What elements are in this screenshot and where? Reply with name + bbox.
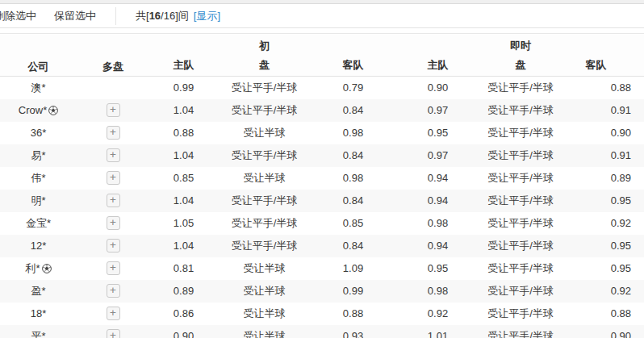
odds-comparison-page: 删除选中 保留选中 共[16/16]间 [显示] 公司 多盘 初 即时 主队 bbox=[0, 0, 644, 338]
live-home-odds-cell: 0.95 bbox=[395, 122, 480, 144]
company-cell: 伟* bbox=[0, 167, 77, 190]
group-header-live: 即时 bbox=[480, 34, 561, 55]
column-header-company: 公司 bbox=[0, 34, 77, 77]
table-row: 18*+0.86受让半球0.880.92受让平手/半球0.88 bbox=[0, 303, 644, 325]
company-name[interactable]: 易* bbox=[31, 149, 45, 161]
company-name[interactable]: 18* bbox=[31, 307, 47, 319]
group-header-live bbox=[395, 34, 480, 55]
table-row: 12*+1.04受让平手/半球0.840.94受让平手/半球0.95 bbox=[0, 235, 644, 257]
multi-cell: + bbox=[77, 257, 149, 280]
delete-selected-button[interactable]: 删除选中 bbox=[0, 9, 36, 23]
live-home-odds-cell: 1.01 bbox=[395, 325, 480, 338]
group-header-initial bbox=[149, 34, 218, 55]
show-link[interactable]: [显示] bbox=[194, 9, 220, 23]
init-handicap-cell: 受让平手/半球 bbox=[218, 144, 311, 167]
company-name[interactable]: 12* bbox=[31, 240, 47, 252]
company-name[interactable]: 金宝* bbox=[26, 217, 51, 229]
live-handicap-cell: 受让平手/半球 bbox=[480, 235, 561, 257]
multi-cell: + bbox=[77, 122, 149, 144]
column-header-live-handicap: 盘 bbox=[480, 55, 561, 77]
init-home-odds-cell: 0.89 bbox=[149, 280, 218, 303]
multi-cell: + bbox=[77, 190, 149, 212]
live-away-odds-cell: 0.88 bbox=[561, 303, 644, 325]
soccer-ball-icon bbox=[48, 106, 58, 115]
init-handicap-cell: 受让平手/半球 bbox=[218, 77, 311, 99]
group-header-live bbox=[561, 34, 644, 55]
expand-plus-button[interactable]: + bbox=[107, 261, 120, 275]
init-handicap-cell: 受让平手/半球 bbox=[218, 190, 311, 212]
live-away-odds-cell: 0.91 bbox=[561, 144, 644, 167]
init-away-odds-cell: 1.09 bbox=[311, 257, 395, 280]
company-name[interactable]: 平* bbox=[31, 330, 45, 338]
expand-plus-button[interactable]: + bbox=[107, 103, 120, 117]
live-home-odds-cell: 0.98 bbox=[395, 212, 480, 235]
expand-plus-button[interactable]: + bbox=[107, 171, 120, 185]
live-home-odds-cell: 0.94 bbox=[395, 190, 480, 212]
expand-plus-button[interactable]: + bbox=[107, 329, 120, 338]
company-name[interactable]: 伟* bbox=[31, 172, 45, 184]
company-count-current: 16 bbox=[149, 10, 161, 22]
live-handicap-cell: 受让平手/半球 bbox=[480, 77, 561, 99]
company-name[interactable]: 明* bbox=[31, 194, 45, 207]
table-row: Crow*+1.04受让平手/半球0.840.97受让平手/半球0.91 bbox=[0, 99, 644, 122]
expand-plus-button[interactable]: + bbox=[107, 126, 120, 140]
init-away-odds-cell: 0.93 bbox=[311, 325, 395, 338]
toolbar-divider bbox=[115, 7, 116, 25]
init-handicap-cell: 受让半球 bbox=[218, 122, 311, 144]
init-away-odds-cell: 0.79 bbox=[311, 77, 395, 99]
init-away-odds-cell: 0.98 bbox=[311, 122, 395, 144]
company-cell: 利* bbox=[0, 257, 77, 280]
company-name[interactable]: Crow* bbox=[19, 104, 58, 116]
live-handicap-cell: 受让平手/半球 bbox=[480, 190, 561, 212]
odds-table-header: 公司 多盘 初 即时 主队 盘 客队 主队 盘 客队 bbox=[0, 34, 644, 77]
table-row: 平*+0.90受让半球0.931.01受让平手/半球0.90 bbox=[0, 325, 644, 338]
table-row: 明*+1.04受让平手/半球0.840.94受让平手/半球0.95 bbox=[0, 190, 644, 212]
init-handicap-cell: 受让平手/半球 bbox=[218, 235, 311, 257]
column-header-init-handicap: 盘 bbox=[218, 55, 311, 77]
live-handicap-cell: 受让平手/半球 bbox=[480, 144, 561, 167]
live-home-odds-cell: 0.97 bbox=[395, 144, 480, 167]
company-cell: 易* bbox=[0, 144, 77, 167]
multi-cell: + bbox=[77, 325, 149, 338]
table-row: 澳*0.99受让平手/半球0.790.90受让平手/半球0.88 bbox=[0, 77, 644, 99]
live-home-odds-cell: 0.95 bbox=[395, 257, 480, 280]
group-header-initial: 初 bbox=[218, 34, 311, 55]
init-home-odds-cell: 1.04 bbox=[149, 190, 218, 212]
company-name[interactable]: 利* bbox=[25, 262, 51, 274]
multi-cell: + bbox=[77, 280, 149, 303]
company-cell: 18* bbox=[0, 303, 77, 325]
live-handicap-cell: 受让平手/半球 bbox=[480, 212, 561, 235]
live-away-odds-cell: 0.88 bbox=[561, 77, 644, 99]
table-row: 伟*+0.85受让半球0.980.94受让平手/半球0.89 bbox=[0, 167, 644, 190]
keep-selected-button[interactable]: 保留选中 bbox=[54, 9, 96, 23]
company-cell: 36* bbox=[0, 122, 77, 144]
expand-plus-button[interactable]: + bbox=[107, 307, 120, 320]
init-home-odds-cell: 0.90 bbox=[149, 325, 218, 338]
live-handicap-cell: 受让平手/半球 bbox=[480, 325, 561, 338]
expand-plus-button[interactable]: + bbox=[107, 148, 120, 162]
live-home-odds-cell: 0.98 bbox=[395, 280, 480, 303]
init-away-odds-cell: 0.88 bbox=[311, 303, 395, 325]
company-name[interactable]: 36* bbox=[31, 127, 47, 139]
multi-cell: + bbox=[77, 212, 149, 235]
expand-plus-button[interactable]: + bbox=[107, 284, 120, 298]
company-name[interactable]: 澳* bbox=[31, 81, 45, 94]
init-handicap-cell: 受让半球 bbox=[218, 167, 311, 190]
expand-plus-button[interactable]: + bbox=[107, 239, 120, 252]
live-handicap-cell: 受让平手/半球 bbox=[480, 122, 561, 144]
expand-plus-button[interactable]: + bbox=[107, 194, 120, 207]
init-home-odds-cell: 1.05 bbox=[149, 212, 218, 235]
live-away-odds-cell: 0.92 bbox=[561, 280, 644, 303]
init-handicap-cell: 受让平手/半球 bbox=[218, 212, 311, 235]
expand-plus-button[interactable]: + bbox=[107, 216, 120, 230]
init-home-odds-cell: 1.04 bbox=[149, 235, 218, 257]
init-away-odds-cell: 0.84 bbox=[311, 99, 395, 122]
multi-cell: + bbox=[77, 235, 149, 257]
company-name[interactable]: 盈* bbox=[31, 285, 45, 297]
column-header-live-away: 客队 bbox=[561, 55, 644, 77]
init-away-odds-cell: 0.99 bbox=[311, 280, 395, 303]
live-away-odds-cell: 0.92 bbox=[561, 212, 644, 235]
table-row: 盈*+0.89受让半球0.990.98受让平手/半球0.92 bbox=[0, 280, 644, 303]
init-away-odds-cell: 0.84 bbox=[311, 144, 395, 167]
init-home-odds-cell: 0.88 bbox=[149, 122, 218, 144]
